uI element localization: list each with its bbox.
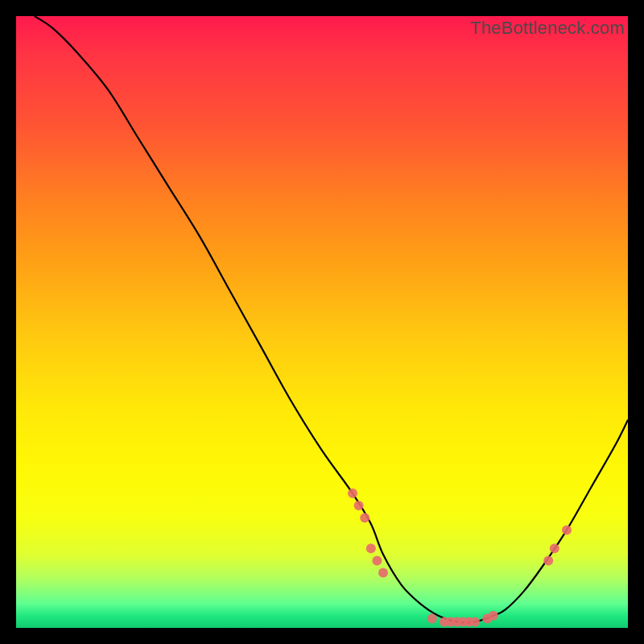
watermark-text: TheBottleneck.com <box>470 18 625 39</box>
data-marker <box>354 501 364 510</box>
data-marker <box>470 617 480 626</box>
data-marker <box>550 543 559 553</box>
chart-frame: TheBottleneck.com <box>16 16 628 628</box>
bottleneck-curve <box>35 16 628 622</box>
curve-layer <box>16 16 628 628</box>
data-marker <box>366 543 376 553</box>
data-marker <box>562 525 572 535</box>
data-marker <box>427 614 437 624</box>
data-marker <box>360 513 369 522</box>
data-marker <box>489 611 498 621</box>
data-markers <box>348 489 572 627</box>
data-marker <box>348 489 357 498</box>
data-marker <box>372 555 382 565</box>
plot-area: TheBottleneck.com <box>16 16 628 628</box>
data-marker <box>378 568 388 578</box>
data-marker <box>543 555 553 565</box>
